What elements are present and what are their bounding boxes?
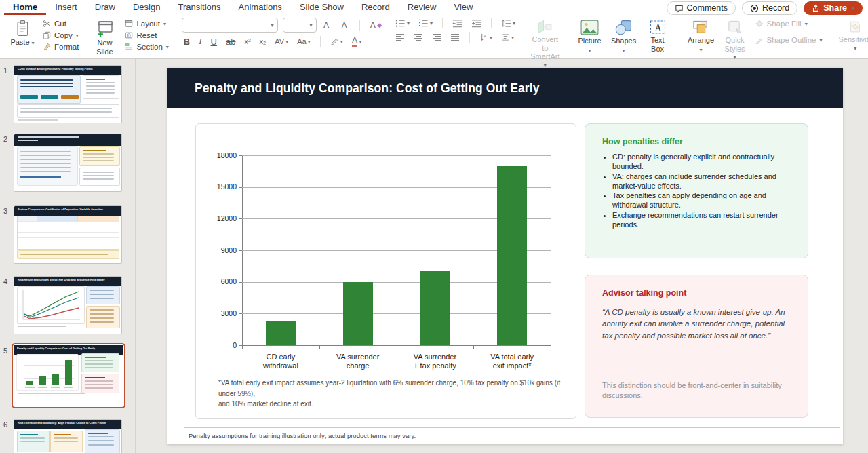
note-strip [17, 250, 119, 259]
paste-button[interactable]: Paste ▾ [5, 18, 39, 48]
slide-canvas[interactable]: Penalty and Liquidity Comparison: Cost o… [167, 68, 843, 444]
sensitivity-button[interactable]: Sensitivity ▾ [835, 18, 868, 53]
mini-penalties-box [81, 353, 119, 372]
comments-button[interactable]: Comments [667, 1, 736, 15]
section-icon [125, 43, 133, 51]
text-direction-button[interactable]: ▾ [499, 33, 516, 41]
shrink-font-button[interactable]: Aˇ [339, 20, 352, 31]
font-name-combobox[interactable]: ▾ [182, 18, 278, 33]
embedded-bar-chart[interactable]: 0300060009000120001500018000CD early wit… [195, 123, 576, 419]
mini-bar-chart [16, 354, 79, 391]
slide-number: 4 [3, 277, 13, 285]
picture-button[interactable]: Picture ▾ [573, 18, 607, 55]
bullets-button[interactable]: ▾ [393, 19, 412, 28]
quadrant-box [50, 431, 83, 452]
text-skeleton [20, 441, 45, 442]
quick-styles-button[interactable]: Quick Styles ▾ [718, 18, 752, 62]
superscript-button[interactable]: x² [242, 37, 252, 45]
text-skeleton [85, 363, 113, 365]
align-right-button[interactable] [430, 33, 443, 41]
line-spacing-button[interactable]: ▾ [499, 19, 517, 28]
bold-button[interactable]: B [182, 37, 192, 47]
y-tick-mark [239, 187, 242, 188]
sensitivity-label: Sensitivity [838, 35, 868, 44]
clear-formatting-button[interactable]: A◆ [368, 20, 384, 31]
message-box [17, 75, 81, 104]
ribbon-tab-home[interactable]: Home [4, 0, 46, 15]
align-left-button[interactable] [393, 33, 407, 41]
text-direction-icon [501, 33, 510, 41]
thumbnail-title: Risk Tolerance and Suitability: Align Pr… [14, 420, 121, 429]
mini-label [64, 387, 73, 388]
section-button[interactable]: Section▾ [123, 42, 170, 52]
advisor-quote: “A CD penalty is usually a known interes… [602, 307, 791, 342]
mini-title [85, 357, 106, 358]
x-category-label: VA surrender charge [320, 353, 396, 370]
slide-number: 2 [3, 135, 13, 143]
slide-thumbnail-4[interactable]: Risk/Return and Growth Effect: Fee Drag … [14, 276, 122, 334]
new-slide-button[interactable]: New Slide [87, 18, 121, 57]
italic-button[interactable]: I [197, 36, 203, 47]
strikethrough-button[interactable]: ab [224, 37, 237, 47]
paragraph-group: ▾ ▾ ▾ [391, 17, 520, 56]
ribbon-tab-review[interactable]: Review [399, 0, 446, 15]
indent-increase-button[interactable] [469, 19, 484, 28]
thumbnail-slide [14, 134, 121, 191]
shape-fill-button[interactable]: Shape Fill▾ [753, 19, 825, 28]
arrange-button[interactable]: Arrange ▾ [684, 18, 718, 54]
ribbon-tab-draw[interactable]: Draw [86, 0, 124, 15]
slide-thumbnail-2[interactable] [14, 134, 122, 192]
shape-outline-button[interactable]: Shape Outline▾ [753, 35, 825, 45]
text-skeleton [85, 380, 113, 382]
chart-footnote: *VA total early exit impact assumes year… [218, 378, 561, 410]
layout-label: Layout [136, 20, 160, 28]
ribbon-tab-design[interactable]: Design [124, 0, 169, 15]
subscript-button[interactable]: x₂ [258, 37, 269, 45]
font-color-button[interactable]: A▾ [350, 36, 364, 47]
slide-thumbnail-5[interactable]: Penalty and Liquidity Comparison: Cost o… [12, 343, 125, 408]
shapes-button[interactable]: Shapes ▾ [607, 18, 641, 55]
text-box-button[interactable]: A Text Box [641, 18, 675, 54]
ribbon-tab-record[interactable]: Record [353, 0, 399, 15]
grow-font-button[interactable]: Aˆ [321, 20, 334, 31]
sensitivity-chevron-icon: ▾ [854, 45, 856, 52]
font-size-combobox[interactable]: ▾ [283, 18, 317, 33]
copy-button[interactable]: Copy▾ [41, 31, 81, 40]
share-button[interactable]: Share ▾ [804, 1, 863, 15]
copy-chevron-icon: ▾ [76, 33, 79, 39]
slide-thumbnail-6[interactable]: Risk Tolerance and Suitability: Align Pr… [14, 419, 122, 453]
align-center-button[interactable] [412, 33, 425, 41]
penalty-bullet: CD: penalty is generally explicit and co… [612, 153, 791, 172]
layout-button[interactable]: Layout▾ [123, 19, 170, 28]
footer-skeleton [18, 393, 85, 394]
sort-text-button[interactable]: A▾ [477, 33, 494, 41]
text-skeleton [88, 444, 114, 446]
penalties-box[interactable]: How penalties differ CD: penalty is gene… [585, 123, 808, 258]
ribbon-tab-view[interactable]: View [445, 0, 481, 15]
indent-increase-icon [471, 19, 481, 28]
justify-button[interactable] [448, 33, 462, 41]
mini-label [25, 387, 35, 388]
ribbon-commands: Paste ▾ Cut Copy▾ Format [0, 15, 868, 58]
ribbon-tab-transitions[interactable]: Transitions [169, 0, 229, 15]
character-spacing-button[interactable]: AV▾ [273, 37, 290, 45]
format-painter-button[interactable]: Format [41, 42, 81, 52]
slide-title-bar[interactable]: Penalty and Liquidity Comparison: Cost o… [167, 68, 843, 108]
reset-button[interactable]: Reset [123, 31, 170, 40]
ribbon-tab-slide-show[interactable]: Slide Show [291, 0, 353, 15]
change-case-button[interactable]: Aa▾ [295, 37, 312, 45]
mini-separator [320, 36, 321, 47]
underline-button[interactable]: U [209, 37, 219, 47]
indent-decrease-button[interactable] [450, 19, 465, 28]
slide-thumbnail-3[interactable]: Feature Comparison: Certificates of Depo… [14, 205, 122, 264]
highlight-button[interactable]: ▾ [328, 37, 345, 46]
ribbon-tab-insert[interactable]: Insert [46, 0, 86, 15]
slide-thumbnail-1[interactable]: CD to Variable Annuity Rollovers: Fiduci… [14, 65, 122, 123]
record-label: Record [762, 3, 789, 13]
ribbon-tab-animations[interactable]: Animations [230, 0, 291, 15]
advisor-box[interactable]: Advisor talking point “A CD penalty is u… [585, 275, 808, 418]
convert-to-smartart-button[interactable]: Convert to SmartArt ▾ [527, 18, 563, 70]
record-button[interactable]: Record [742, 1, 797, 15]
numbering-button[interactable]: ▾ [416, 19, 435, 28]
cut-button[interactable]: Cut [41, 19, 81, 28]
